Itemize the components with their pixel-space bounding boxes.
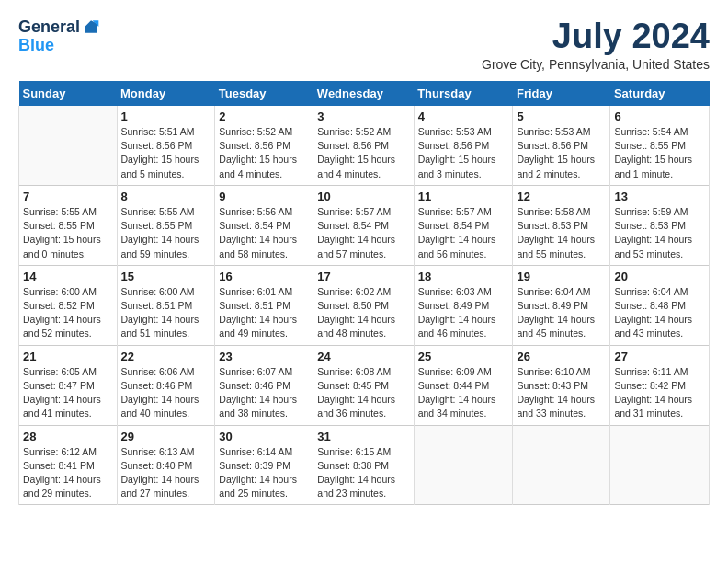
cell-week5-day3: 31Sunrise: 6:15 AMSunset: 8:38 PMDayligh… xyxy=(313,425,414,505)
cell-week1-day5: 5Sunrise: 5:53 AMSunset: 8:56 PMDaylight… xyxy=(513,106,610,185)
cell-content: Sunrise: 6:13 AMSunset: 8:40 PMDaylight:… xyxy=(121,445,211,501)
cell-week3-day5: 19Sunrise: 6:04 AMSunset: 8:49 PMDayligh… xyxy=(513,265,610,345)
month-year: July 2024 xyxy=(482,18,710,53)
cell-week1-day3: 3Sunrise: 5:52 AMSunset: 8:56 PMDaylight… xyxy=(313,106,414,185)
day-number: 20 xyxy=(614,270,705,283)
cell-content: Sunrise: 5:58 AMSunset: 8:53 PMDaylight:… xyxy=(517,205,606,261)
day-number: 26 xyxy=(517,350,606,363)
cell-week3-day2: 16Sunrise: 6:01 AMSunset: 8:51 PMDayligh… xyxy=(215,265,313,345)
cell-content: Sunrise: 6:01 AMSunset: 8:51 PMDaylight:… xyxy=(219,285,309,341)
day-number: 7 xyxy=(23,190,113,203)
day-number: 2 xyxy=(219,109,309,123)
cell-week3-day1: 15Sunrise: 6:00 AMSunset: 8:51 PMDayligh… xyxy=(117,265,215,345)
cell-week5-day0: 28Sunrise: 6:12 AMSunset: 8:41 PMDayligh… xyxy=(19,425,118,505)
cell-week4-day0: 21Sunrise: 6:05 AMSunset: 8:47 PMDayligh… xyxy=(19,345,118,425)
logo-blue-text: Blue xyxy=(18,37,100,55)
cell-content: Sunrise: 6:05 AMSunset: 8:47 PMDaylight:… xyxy=(23,365,113,421)
cell-week4-day4: 25Sunrise: 6:09 AMSunset: 8:44 PMDayligh… xyxy=(414,345,513,425)
logo-general-text: General xyxy=(18,18,80,37)
cell-week5-day4 xyxy=(414,425,513,505)
header-saturday: Saturday xyxy=(610,81,710,106)
cell-content: Sunrise: 6:12 AMSunset: 8:41 PMDaylight:… xyxy=(23,445,113,501)
cell-week3-day3: 17Sunrise: 6:02 AMSunset: 8:50 PMDayligh… xyxy=(313,265,414,345)
cell-week4-day1: 22Sunrise: 6:06 AMSunset: 8:46 PMDayligh… xyxy=(117,345,215,425)
cell-content: Sunrise: 5:53 AMSunset: 8:56 PMDaylight:… xyxy=(517,125,606,181)
day-number: 17 xyxy=(317,270,409,283)
day-number: 29 xyxy=(121,430,211,443)
day-number: 9 xyxy=(219,190,309,203)
cell-content: Sunrise: 5:52 AMSunset: 8:56 PMDaylight:… xyxy=(219,125,309,181)
cell-content: Sunrise: 6:00 AMSunset: 8:51 PMDaylight:… xyxy=(121,285,211,341)
cell-week2-day0: 7Sunrise: 5:55 AMSunset: 8:55 PMDaylight… xyxy=(19,185,118,265)
header-wednesday: Wednesday xyxy=(313,81,414,106)
cell-content: Sunrise: 6:15 AMSunset: 8:38 PMDaylight:… xyxy=(317,445,409,501)
day-number: 30 xyxy=(219,430,309,443)
cell-week2-day2: 9Sunrise: 5:56 AMSunset: 8:54 PMDaylight… xyxy=(215,185,313,265)
cell-content: Sunrise: 5:51 AMSunset: 8:56 PMDaylight:… xyxy=(121,125,211,181)
day-number: 6 xyxy=(614,109,705,123)
cell-week2-day5: 12Sunrise: 5:58 AMSunset: 8:53 PMDayligh… xyxy=(513,185,610,265)
logo-icon xyxy=(82,17,100,36)
cell-content: Sunrise: 6:06 AMSunset: 8:46 PMDaylight:… xyxy=(121,365,211,421)
cell-week5-day5 xyxy=(513,425,610,505)
cell-content: Sunrise: 6:00 AMSunset: 8:52 PMDaylight:… xyxy=(23,285,113,341)
header-monday: Monday xyxy=(117,81,215,106)
day-number: 4 xyxy=(418,109,509,123)
day-number: 19 xyxy=(517,270,606,283)
cell-content: Sunrise: 5:57 AMSunset: 8:54 PMDaylight:… xyxy=(317,205,409,261)
calendar-table: SundayMondayTuesdayWednesdayThursdayFrid… xyxy=(18,81,710,505)
week-row-4: 21Sunrise: 6:05 AMSunset: 8:47 PMDayligh… xyxy=(19,345,710,425)
day-number: 23 xyxy=(219,350,309,363)
cell-week4-day5: 26Sunrise: 6:10 AMSunset: 8:43 PMDayligh… xyxy=(513,345,610,425)
cell-week4-day3: 24Sunrise: 6:08 AMSunset: 8:45 PMDayligh… xyxy=(313,345,414,425)
cell-content: Sunrise: 5:55 AMSunset: 8:55 PMDaylight:… xyxy=(23,205,113,261)
day-number: 5 xyxy=(517,109,606,123)
day-number: 11 xyxy=(418,190,509,203)
cell-content: Sunrise: 6:03 AMSunset: 8:49 PMDaylight:… xyxy=(418,285,509,341)
day-number: 15 xyxy=(121,270,211,283)
cell-week5-day6 xyxy=(610,425,710,505)
cell-week5-day2: 30Sunrise: 6:14 AMSunset: 8:39 PMDayligh… xyxy=(215,425,313,505)
cell-week2-day6: 13Sunrise: 5:59 AMSunset: 8:53 PMDayligh… xyxy=(610,185,710,265)
cell-content: Sunrise: 6:10 AMSunset: 8:43 PMDaylight:… xyxy=(517,365,606,421)
week-row-5: 28Sunrise: 6:12 AMSunset: 8:41 PMDayligh… xyxy=(19,425,710,505)
day-number: 27 xyxy=(614,350,705,363)
day-number: 24 xyxy=(317,350,409,363)
cell-week3-day6: 20Sunrise: 6:04 AMSunset: 8:48 PMDayligh… xyxy=(610,265,710,345)
cell-content: Sunrise: 5:53 AMSunset: 8:56 PMDaylight:… xyxy=(418,125,509,181)
cell-week3-day0: 14Sunrise: 6:00 AMSunset: 8:52 PMDayligh… xyxy=(19,265,118,345)
cell-content: Sunrise: 5:55 AMSunset: 8:55 PMDaylight:… xyxy=(121,205,211,261)
day-number: 21 xyxy=(23,350,113,363)
cell-content: Sunrise: 6:07 AMSunset: 8:46 PMDaylight:… xyxy=(219,365,309,421)
cell-week2-day4: 11Sunrise: 5:57 AMSunset: 8:54 PMDayligh… xyxy=(414,185,513,265)
cell-content: Sunrise: 6:04 AMSunset: 8:49 PMDaylight:… xyxy=(517,285,606,341)
page-header: General Blue July 2024 Grove City, Penns… xyxy=(18,18,710,72)
day-number: 3 xyxy=(317,109,409,123)
cell-week1-day1: 1Sunrise: 5:51 AMSunset: 8:56 PMDaylight… xyxy=(117,106,215,185)
day-number: 18 xyxy=(418,270,509,283)
header-friday: Friday xyxy=(513,81,610,106)
cell-content: Sunrise: 5:52 AMSunset: 8:56 PMDaylight:… xyxy=(317,125,409,181)
day-number: 12 xyxy=(517,190,606,203)
header-row: SundayMondayTuesdayWednesdayThursdayFrid… xyxy=(19,81,710,106)
day-number: 28 xyxy=(23,430,113,443)
header-thursday: Thursday xyxy=(414,81,513,106)
week-row-1: 1Sunrise: 5:51 AMSunset: 8:56 PMDaylight… xyxy=(19,106,710,185)
cell-week2-day1: 8Sunrise: 5:55 AMSunset: 8:55 PMDaylight… xyxy=(117,185,215,265)
cell-content: Sunrise: 6:04 AMSunset: 8:48 PMDaylight:… xyxy=(614,285,705,341)
header-sunday: Sunday xyxy=(19,81,118,106)
cell-week1-day0 xyxy=(19,106,118,185)
cell-content: Sunrise: 6:11 AMSunset: 8:42 PMDaylight:… xyxy=(614,365,705,421)
header-tuesday: Tuesday xyxy=(215,81,313,106)
cell-content: Sunrise: 6:09 AMSunset: 8:44 PMDaylight:… xyxy=(418,365,509,421)
cell-week1-day4: 4Sunrise: 5:53 AMSunset: 8:56 PMDaylight… xyxy=(414,106,513,185)
week-row-2: 7Sunrise: 5:55 AMSunset: 8:55 PMDaylight… xyxy=(19,185,710,265)
day-number: 25 xyxy=(418,350,509,363)
cell-week2-day3: 10Sunrise: 5:57 AMSunset: 8:54 PMDayligh… xyxy=(313,185,414,265)
cell-week1-day6: 6Sunrise: 5:54 AMSunset: 8:55 PMDaylight… xyxy=(610,106,710,185)
day-number: 13 xyxy=(614,190,705,203)
location: Grove City, Pennsylvania, United States xyxy=(482,57,710,72)
cell-week3-day4: 18Sunrise: 6:03 AMSunset: 8:49 PMDayligh… xyxy=(414,265,513,345)
logo: General Blue xyxy=(18,18,100,55)
day-number: 22 xyxy=(121,350,211,363)
